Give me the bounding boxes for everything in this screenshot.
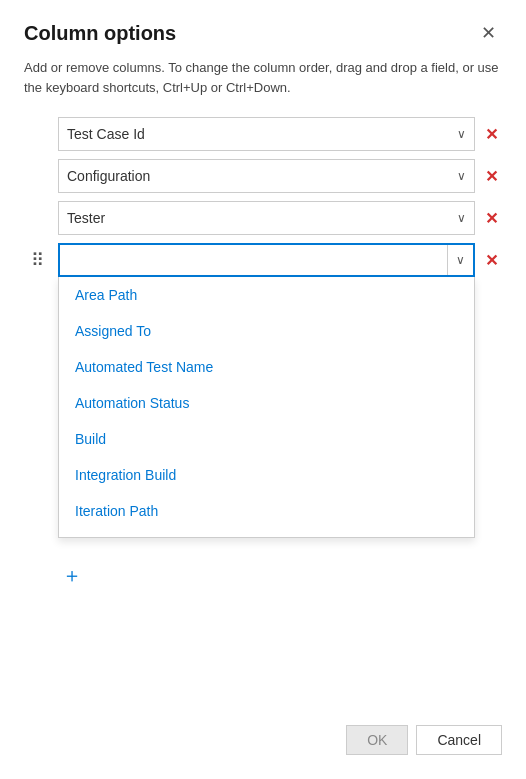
column-label: Test Case Id: [67, 126, 145, 142]
new-column-chevron-button[interactable]: ∨: [447, 245, 473, 275]
dropdown-item-automated-test-name[interactable]: Automated Test Name: [59, 349, 474, 385]
column-select-tester[interactable]: Tester ∨: [58, 201, 475, 235]
delete-icon: ✕: [485, 126, 498, 143]
delete-column-button[interactable]: ✕: [481, 125, 502, 144]
plus-icon: ＋: [62, 564, 82, 586]
delete-column-button[interactable]: ✕: [481, 209, 502, 228]
add-column-row: ＋: [24, 565, 502, 585]
chevron-down-icon: ∨: [457, 169, 466, 183]
dialog-title: Column options: [24, 22, 176, 45]
chevron-down-icon: ∨: [457, 211, 466, 225]
cancel-button[interactable]: Cancel: [416, 725, 502, 755]
dropdown-item-assigned-to[interactable]: Assigned To: [59, 313, 474, 349]
ok-button[interactable]: OK: [346, 725, 408, 755]
dropdown-item-automation-status[interactable]: Automation Status: [59, 385, 474, 421]
column-label: Tester: [67, 210, 105, 226]
chevron-down-icon: ∨: [457, 127, 466, 141]
dropdown-item-area-path[interactable]: Area Path: [59, 277, 474, 313]
dialog-description: Add or remove columns. To change the col…: [24, 58, 502, 97]
close-icon: ✕: [481, 23, 496, 43]
delete-icon: ✕: [485, 252, 498, 269]
column-label: Configuration: [67, 168, 150, 184]
delete-column-button[interactable]: ✕: [481, 167, 502, 186]
drag-handle-icon: ⠿: [27, 249, 49, 271]
dropdown-item-integration-build[interactable]: Integration Build: [59, 457, 474, 493]
column-select-testcaseid[interactable]: Test Case Id ∨: [58, 117, 475, 151]
new-column-row: ⠿ ∨ Area Path Assigned To Automated Test…: [24, 243, 502, 277]
dialog-header: Column options ✕: [24, 20, 502, 46]
dropdown-item-iteration-path[interactable]: Iteration Path: [59, 493, 474, 529]
new-column-input-container: ∨: [58, 243, 475, 277]
delete-new-column-button[interactable]: ✕: [481, 251, 502, 270]
column-row: Test Case Id ∨ ✕: [24, 117, 502, 151]
column-dropdown-list: Area Path Assigned To Automated Test Nam…: [58, 277, 475, 538]
column-row: Tester ∨ ✕: [24, 201, 502, 235]
new-column-search-input[interactable]: [60, 245, 447, 275]
column-options-dialog: Column options ✕ Add or remove columns. …: [0, 0, 526, 779]
delete-icon: ✕: [485, 168, 498, 185]
dropdown-item-last-run-by[interactable]: Last Run By: [59, 529, 474, 537]
dropdown-scroll-area: Area Path Assigned To Automated Test Nam…: [59, 277, 474, 537]
delete-icon: ✕: [485, 210, 498, 227]
new-column-dropdown-wrapper: ∨ Area Path Assigned To Automated Test N…: [58, 243, 475, 277]
column-row: Configuration ∨ ✕: [24, 159, 502, 193]
column-select-configuration[interactable]: Configuration ∨: [58, 159, 475, 193]
dialog-footer: OK Cancel: [24, 705, 502, 755]
dropdown-item-build[interactable]: Build: [59, 421, 474, 457]
chevron-down-icon: ∨: [456, 253, 465, 267]
add-column-button[interactable]: ＋: [58, 565, 86, 585]
close-button[interactable]: ✕: [475, 20, 502, 46]
column-list: Test Case Id ∨ ✕ Configuration ∨ ✕ Teste…: [24, 117, 502, 277]
